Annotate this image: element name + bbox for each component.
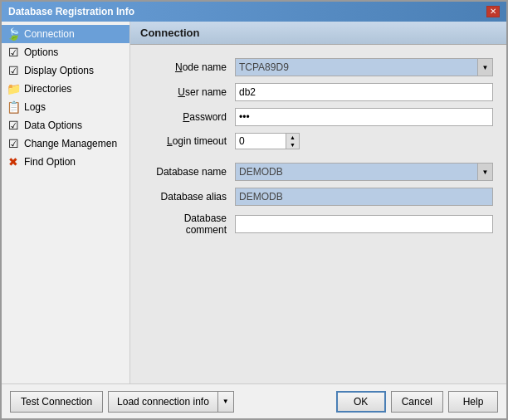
user-name-group: User name xyxy=(144,83,493,101)
sidebar-label-options: Options xyxy=(24,46,58,58)
spinner-up-button[interactable]: ▲ xyxy=(286,134,299,141)
database-name-label: Database name xyxy=(144,166,235,178)
database-alias-group: Database alias xyxy=(144,188,493,206)
database-alias-input[interactable] xyxy=(235,188,493,206)
database-name-group: Database name ▼ xyxy=(144,163,493,181)
sidebar-label-find-option: Find Option xyxy=(24,156,76,168)
ok-button[interactable]: OK xyxy=(336,391,386,413)
content-area: 🍃 Connection ☑ Options ☑ Display Options… xyxy=(2,22,506,383)
dialog-window: Database Registration Info ✕ 🍃 Connectio… xyxy=(0,0,508,420)
panel-body: Node name ▼ User name xyxy=(130,45,506,383)
sidebar-item-find-option[interactable]: ✖ Find Option xyxy=(2,153,129,171)
database-comment-label: Database comment xyxy=(144,212,235,236)
sidebar-item-logs[interactable]: 📋 Logs xyxy=(2,98,129,116)
display-options-icon: ☑ xyxy=(7,64,20,77)
sidebar-label-display-options: Display Options xyxy=(24,65,94,76)
login-timeout-label: Login timeout xyxy=(144,135,235,147)
logs-icon: 📋 xyxy=(7,100,20,114)
node-name-dropdown-arrow[interactable]: ▼ xyxy=(477,59,492,76)
cancel-button[interactable]: Cancel xyxy=(391,391,443,413)
sidebar-label-data-options: Data Options xyxy=(24,120,82,131)
login-timeout-group: Login timeout ▲ ▼ xyxy=(144,133,493,149)
sidebar-label-directories: Directories xyxy=(24,83,71,95)
node-name-group: Node name ▼ xyxy=(144,58,493,76)
change-mgmt-icon: ☑ xyxy=(7,137,20,150)
password-input[interactable] xyxy=(235,108,493,126)
sidebar: 🍃 Connection ☑ Options ☑ Display Options… xyxy=(2,22,130,383)
help-button[interactable]: Help xyxy=(448,391,498,413)
title-bar: Database Registration Info ✕ xyxy=(2,2,506,22)
data-options-icon: ☑ xyxy=(7,119,20,132)
connection-icon: 🍃 xyxy=(7,27,20,41)
sidebar-item-options[interactable]: ☑ Options xyxy=(2,43,129,61)
panel-header: Connection xyxy=(130,22,506,45)
find-option-icon: ✖ xyxy=(7,155,20,168)
database-comment-group: Database comment xyxy=(144,212,493,236)
options-icon: ☑ xyxy=(7,46,20,59)
login-timeout-spinner: ▲ ▼ xyxy=(235,133,300,149)
main-panel: Connection Node name ▼ User name xyxy=(130,22,506,383)
password-group: Password xyxy=(144,108,493,126)
sidebar-label-logs: Logs xyxy=(24,101,46,113)
directories-icon: 📁 xyxy=(7,82,20,95)
sidebar-item-connection[interactable]: 🍃 Connection xyxy=(2,25,129,43)
sidebar-item-display-options[interactable]: ☑ Display Options xyxy=(2,61,129,80)
database-alias-label: Database alias xyxy=(144,191,235,203)
user-name-label: User name xyxy=(144,86,235,98)
sidebar-label-change-management: Change Managemen xyxy=(24,138,117,149)
password-label: Password xyxy=(144,111,235,123)
node-name-label: Node name xyxy=(144,61,235,73)
database-name-input-wrapper[interactable]: ▼ xyxy=(235,163,493,181)
close-button[interactable]: ✕ xyxy=(486,6,500,17)
database-name-dropdown-arrow[interactable]: ▼ xyxy=(477,164,492,180)
dialog-title: Database Registration Info xyxy=(8,6,134,17)
user-name-input[interactable] xyxy=(235,83,493,101)
load-connection-info-arrow[interactable]: ▼ xyxy=(218,392,233,412)
sidebar-item-data-options[interactable]: ☑ Data Options xyxy=(2,116,129,134)
load-connection-info-main[interactable]: Load connection info xyxy=(109,392,218,412)
node-name-input-wrapper[interactable]: ▼ xyxy=(235,58,493,76)
load-connection-info-button: Load connection info ▼ xyxy=(108,391,234,413)
bottom-bar: Test Connection Load connection info ▼ O… xyxy=(2,383,506,418)
spinner-buttons: ▲ ▼ xyxy=(286,134,299,149)
database-comment-input[interactable] xyxy=(235,215,493,233)
sidebar-item-directories[interactable]: 📁 Directories xyxy=(2,80,129,98)
login-timeout-input[interactable] xyxy=(236,134,286,149)
spinner-down-button[interactable]: ▼ xyxy=(286,141,299,149)
sidebar-item-change-management[interactable]: ☑ Change Managemen xyxy=(2,134,129,153)
database-name-input[interactable] xyxy=(236,164,477,180)
test-connection-button[interactable]: Test Connection xyxy=(10,391,103,413)
node-name-input[interactable] xyxy=(236,59,477,76)
sidebar-label-connection: Connection xyxy=(24,28,75,40)
